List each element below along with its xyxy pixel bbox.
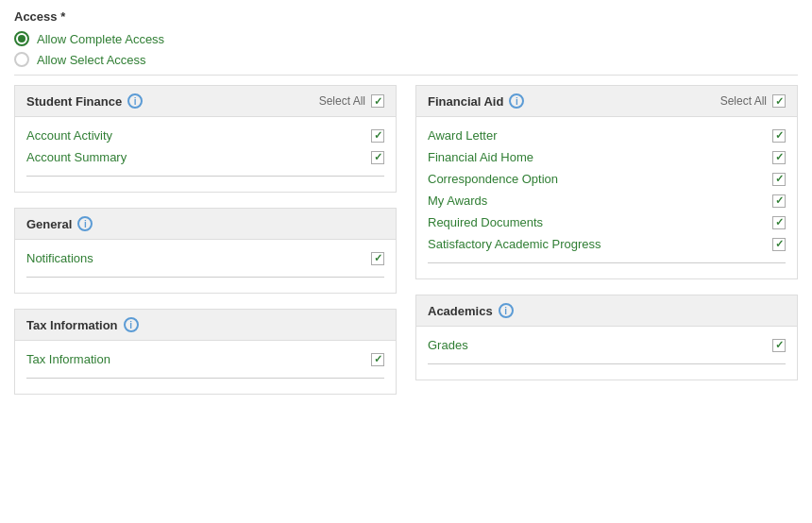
financial-aid-info-icon[interactable]: i [509,93,524,109]
my-awards-label[interactable]: My Awards [428,194,487,208]
financial-aid-panel: Financial Aid i Select All Award Letter … [415,85,798,279]
grades-checkbox[interactable] [772,339,786,352]
financial-aid-title-group: Financial Aid i [428,93,524,109]
award-letter-label[interactable]: Award Letter [428,128,497,143]
required-documents-label[interactable]: Required Documents [428,215,543,229]
academics-title: Academics [428,304,493,318]
academics-title-group: Academics i [428,303,514,318]
student-finance-select-all-group: Select All [319,94,384,108]
required-documents-item: Required Documents [428,211,786,233]
select-access-option[interactable]: Allow Select Access [14,52,798,67]
student-finance-select-all-checkbox[interactable] [371,94,384,108]
left-column: Student Finance i Select All Account Act… [14,85,397,410]
correspondence-option-item: Correspondence Option [428,168,786,190]
award-letter-item: Award Letter [428,125,786,146]
access-header: Access * [14,9,798,24]
student-finance-panel: Student Finance i Select All Account Act… [14,85,397,193]
tax-information-info-icon[interactable]: i [124,317,139,332]
financial-aid-home-item: Financial Aid Home [428,146,786,168]
notifications-checkbox[interactable] [371,252,384,265]
notifications-label[interactable]: Notifications [26,251,93,265]
satisfactory-academic-progress-label[interactable]: Satisfactory Academic Progress [428,237,601,251]
right-column: Financial Aid i Select All Award Letter … [415,85,798,410]
tax-information-title-group: Tax Information i [26,317,139,332]
student-finance-divider [26,176,384,177]
complete-access-label: Allow Complete Access [37,32,164,46]
complete-access-radio[interactable] [14,31,29,46]
student-finance-title-group: Student Finance i [26,93,143,109]
my-awards-checkbox[interactable] [772,194,786,208]
grades-item: Grades [428,334,786,356]
student-finance-body: Account Activity Account Summary [15,117,396,192]
general-title: General [26,217,72,231]
panels-container: Student Finance i Select All Account Act… [14,85,798,410]
general-panel: General i Notifications [14,208,397,294]
complete-access-option[interactable]: Allow Complete Access [14,31,798,46]
satisfactory-academic-progress-checkbox[interactable] [772,238,786,251]
tax-information-title: Tax Information [26,318,118,332]
student-finance-header: Student Finance i Select All [15,86,396,117]
financial-aid-title: Financial Aid [428,94,503,109]
grades-label[interactable]: Grades [428,338,468,352]
tax-information-panel: Tax Information i Tax Information [14,309,397,395]
general-header: General i [15,209,396,240]
select-access-label: Allow Select Access [37,53,146,67]
page-container: Access * Allow Complete Access Allow Sel… [0,0,812,419]
academics-body: Grades [416,327,797,380]
academics-panel: Academics i Grades [415,295,798,380]
tax-information-label[interactable]: Tax Information [26,352,110,366]
satisfactory-academic-progress-item: Satisfactory Academic Progress [428,233,786,255]
financial-aid-select-all-group: Select All [720,94,786,108]
financial-aid-header: Financial Aid i Select All [416,86,797,117]
my-awards-item: My Awards [428,190,786,211]
notifications-item: Notifications [26,247,384,269]
correspondence-option-checkbox[interactable] [772,173,786,186]
award-letter-checkbox[interactable] [772,129,786,143]
required-documents-checkbox[interactable] [772,216,786,229]
financial-aid-select-all-checkbox[interactable] [772,94,786,108]
academics-info-icon[interactable]: i [499,303,514,318]
student-finance-select-all-label: Select All [319,94,365,108]
financial-aid-divider [428,262,786,263]
tax-information-header: Tax Information i [15,310,396,341]
account-activity-item: Account Activity [26,125,384,146]
account-summary-checkbox[interactable] [371,151,384,164]
tax-information-item: Tax Information [26,348,384,370]
financial-aid-select-all-label: Select All [720,94,767,108]
select-access-radio[interactable] [14,52,29,67]
radio-group: Allow Complete Access Allow Select Acces… [14,31,798,67]
academics-header: Academics i [416,295,797,327]
financial-aid-home-label[interactable]: Financial Aid Home [428,150,533,164]
correspondence-option-label[interactable]: Correspondence Option [428,172,558,186]
financial-aid-home-checkbox[interactable] [772,151,786,164]
tax-information-divider [26,378,384,379]
account-activity-checkbox[interactable] [371,129,384,143]
account-summary-label[interactable]: Account Summary [26,150,127,164]
tax-information-checkbox[interactable] [371,353,384,366]
general-divider [26,277,384,278]
student-finance-title: Student Finance [26,94,122,109]
general-info-icon[interactable]: i [77,216,93,231]
general-title-group: General i [26,216,93,231]
tax-information-body: Tax Information [15,341,396,394]
account-summary-item: Account Summary [26,146,384,168]
account-activity-label[interactable]: Account Activity [26,128,112,143]
student-finance-info-icon[interactable]: i [127,93,143,109]
financial-aid-body: Award Letter Financial Aid Home Correspo… [416,117,797,278]
main-divider [14,75,798,76]
general-body: Notifications [15,240,396,293]
academics-divider [428,363,786,364]
